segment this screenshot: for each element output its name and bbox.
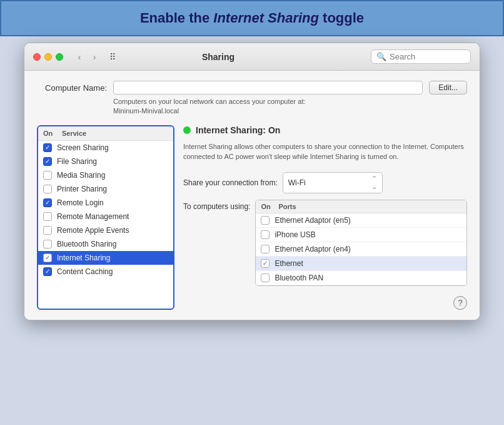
share-from-label: Share your connection from:	[183, 178, 278, 187]
computer-name-input-row: Edit...	[113, 81, 467, 95]
internet-sharing-description: Internet Sharing allows other computers …	[183, 141, 467, 162]
banner-text-before: Enable the	[140, 10, 213, 26]
port-checkbox[interactable]	[261, 216, 270, 225]
service-checkbox[interactable]: ✓	[43, 253, 52, 262]
service-checkbox[interactable]	[43, 226, 52, 235]
macos-window: ‹ › ⠿ Sharing 🔍 Computer Name: Edit... C…	[24, 43, 480, 320]
service-name: Remote Management	[57, 212, 129, 221]
close-button[interactable]	[33, 53, 41, 61]
service-item[interactable]: Remote Apple Events	[38, 223, 173, 237]
header-on: On	[43, 130, 62, 137]
port-row[interactable]: Ethernet Adaptor (en4)	[256, 242, 466, 257]
service-checkbox[interactable]	[43, 212, 52, 221]
right-pane: Internet Sharing: On Internet Sharing al…	[183, 125, 467, 310]
computer-name-sub: Computers on your local network can acce…	[113, 97, 467, 116]
share-from-chevron: ⌃⌄	[371, 175, 377, 191]
to-computers-label: To computers using:	[183, 200, 250, 211]
ports-table: On Ports Ethernet Adaptor (en5)iPhone US…	[255, 200, 467, 286]
minimize-button[interactable]	[44, 53, 52, 61]
service-checkbox[interactable]	[43, 185, 52, 193]
content-area: Computer Name: Edit... Computers on your…	[24, 71, 480, 320]
to-computers-row: To computers using: On Ports Ethernet Ad…	[183, 200, 467, 286]
port-checkbox[interactable]	[261, 274, 270, 282]
service-name: Remote Login	[57, 198, 104, 207]
port-row[interactable]: Bluetooth PAN	[256, 271, 466, 285]
share-from-select[interactable]: Wi-Fi ⌃⌄	[283, 172, 383, 193]
search-icon: 🔍	[376, 52, 386, 61]
computer-name-field[interactable]	[113, 81, 423, 95]
traffic-lights	[33, 53, 63, 61]
maximize-button[interactable]	[56, 53, 63, 61]
computer-name-label-wrap: Computer Name:	[37, 81, 113, 93]
service-item[interactable]: ✓Remote Login	[38, 196, 173, 210]
service-name: Media Sharing	[57, 171, 105, 180]
service-checkbox[interactable]: ✓	[43, 157, 52, 166]
service-name: File Sharing	[57, 157, 97, 166]
service-name: Bluetooth Sharing	[57, 240, 116, 248]
share-from-row: Share your connection from: Wi-Fi ⌃⌄	[183, 172, 467, 193]
service-name: Remote Apple Events	[57, 226, 129, 235]
service-name: Internet Sharing	[57, 253, 110, 262]
service-list-header: On Service	[38, 126, 173, 141]
service-checkbox[interactable]	[43, 240, 52, 248]
service-name: Screen Sharing	[57, 143, 109, 152]
service-item[interactable]: Printer Sharing	[38, 182, 173, 196]
search-input[interactable]	[390, 52, 465, 61]
service-checkbox[interactable]: ✓	[43, 267, 52, 276]
service-checkbox[interactable]: ✓	[43, 198, 52, 207]
computer-name-label: Computer Name:	[45, 83, 107, 93]
port-row[interactable]: Ethernet Adaptor (en5)	[256, 213, 466, 228]
service-checkbox[interactable]: ✓	[43, 143, 52, 152]
window-title: Sharing	[72, 52, 365, 62]
service-items-container: ✓Screen Sharing✓File SharingMedia Sharin…	[38, 141, 173, 279]
share-from-value: Wi-Fi	[288, 178, 306, 187]
two-pane: On Service ✓Screen Sharing✓File SharingM…	[37, 125, 467, 310]
status-dot	[183, 126, 191, 134]
ports-header-name: Ports	[278, 203, 461, 210]
port-name: Ethernet Adaptor (en5)	[275, 216, 461, 225]
service-item[interactable]: Bluetooth Sharing	[38, 237, 173, 251]
service-name: Content Caching	[57, 267, 113, 276]
service-checkbox[interactable]	[43, 171, 52, 180]
ports-header-on: On	[261, 203, 278, 210]
service-name: Printer Sharing	[57, 185, 107, 193]
banner-text-after: toggle	[319, 10, 364, 26]
instruction-banner: Enable the Internet Sharing toggle	[0, 0, 504, 36]
port-name: Bluetooth PAN	[275, 274, 461, 282]
service-item[interactable]: ✓File Sharing	[38, 155, 173, 168]
edit-button[interactable]: Edit...	[429, 81, 467, 95]
port-row[interactable]: ✓Ethernet	[256, 257, 466, 271]
help-area: ?	[183, 292, 467, 310]
computer-name-section: Computer Name: Edit... Computers on your…	[37, 81, 467, 116]
ports-header: On Ports	[256, 200, 466, 213]
service-item[interactable]: Media Sharing	[38, 168, 173, 182]
service-item[interactable]: ✓Internet Sharing	[38, 251, 173, 265]
status-row: Internet Sharing: On	[183, 125, 467, 135]
port-checkbox[interactable]: ✓	[261, 259, 270, 268]
port-name: Ethernet Adaptor (en4)	[275, 245, 461, 253]
titlebar: ‹ › ⠿ Sharing 🔍	[24, 43, 480, 71]
status-text: Internet Sharing: On	[196, 125, 280, 135]
banner-text-italic: Internet Sharing	[213, 10, 319, 26]
service-item[interactable]: Remote Management	[38, 210, 173, 223]
header-service: Service	[62, 130, 168, 137]
ports-container: Ethernet Adaptor (en5)iPhone USBEthernet…	[256, 213, 466, 285]
port-name: iPhone USB	[275, 230, 461, 239]
port-row[interactable]: iPhone USB	[256, 228, 466, 242]
service-list: On Service ✓Screen Sharing✓File SharingM…	[37, 125, 174, 310]
service-item[interactable]: ✓Screen Sharing	[38, 141, 173, 155]
computer-name-right: Edit... Computers on your local network …	[113, 81, 467, 116]
port-checkbox[interactable]	[261, 245, 270, 253]
port-name: Ethernet	[275, 259, 461, 268]
help-button[interactable]: ?	[453, 296, 467, 310]
service-item[interactable]: ✓Content Caching	[38, 265, 173, 279]
port-checkbox[interactable]	[261, 230, 270, 239]
search-box[interactable]: 🔍	[371, 49, 471, 64]
